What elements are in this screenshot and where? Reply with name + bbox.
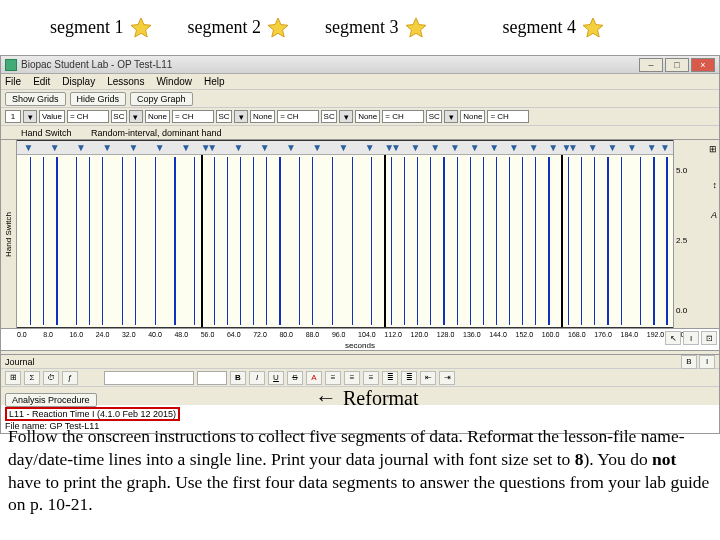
- event-marker-icon[interactable]: ▼: [627, 142, 637, 153]
- event-marker-icon[interactable]: ▼: [568, 142, 578, 153]
- graph-plot[interactable]: ▼▼▼▼▼▼▼▼▼▼▼▼▼▼▼▼▼▼▼▼▼▼▼▼▼▼▼▼▼▼▼▼: [17, 140, 673, 328]
- data-spike: [535, 157, 536, 325]
- event-marker-icon[interactable]: ▼: [102, 142, 112, 153]
- event-marker-icon[interactable]: ▼: [233, 142, 243, 153]
- event-marker-icon[interactable]: ▼: [24, 142, 34, 153]
- data-spike: [522, 157, 523, 325]
- copy-graph-button[interactable]: Copy Graph: [130, 92, 193, 106]
- indent-icon[interactable]: ⇤: [420, 371, 436, 385]
- event-marker-icon[interactable]: ▼: [647, 142, 657, 153]
- event-marker-icon[interactable]: ▼: [529, 142, 539, 153]
- annotation-icon[interactable]: A: [711, 210, 717, 220]
- analysis-procedure-button[interactable]: Analysis Procedure: [5, 393, 97, 407]
- data-spike: [312, 157, 313, 325]
- menu-lessons[interactable]: Lessons: [107, 76, 144, 87]
- hide-grids-button[interactable]: Hide Grids: [70, 92, 127, 106]
- measurement-select[interactable]: None: [145, 110, 170, 123]
- event-marker-icon[interactable]: ▼: [489, 142, 499, 153]
- align-left-icon[interactable]: ≡: [325, 371, 341, 385]
- list-icon[interactable]: ≣: [401, 371, 417, 385]
- fontsize-select[interactable]: [197, 371, 227, 385]
- align-center-icon[interactable]: ≡: [344, 371, 360, 385]
- graph-area[interactable]: Hand Switch ▼▼▼▼▼▼▼▼▼▼▼▼▼▼▼▼▼▼▼▼▼▼▼▼▼▼▼▼…: [1, 140, 719, 328]
- event-marker-icon[interactable]: ▼: [312, 142, 322, 153]
- data-spike: [594, 157, 595, 325]
- measurement-select[interactable]: None: [460, 110, 485, 123]
- menu-window[interactable]: Window: [156, 76, 192, 87]
- formula-icon[interactable]: ƒ: [62, 371, 78, 385]
- autoscale-icon[interactable]: ↕: [713, 180, 718, 190]
- menu-file[interactable]: File: [5, 76, 21, 87]
- event-marker-icon[interactable]: ▼: [660, 142, 670, 153]
- event-marker-icon[interactable]: ▼: [181, 142, 191, 153]
- strike-button[interactable]: S: [287, 371, 303, 385]
- titlebar[interactable]: Biopac Student Lab - OP Test-L11 – □ ×: [1, 56, 719, 74]
- measurement-select[interactable]: None: [250, 110, 275, 123]
- channel-num[interactable]: 1: [5, 110, 21, 123]
- event-marker-icon[interactable]: ▼: [607, 142, 617, 153]
- event-marker-icon[interactable]: ▼: [129, 142, 139, 153]
- menu-edit[interactable]: Edit: [33, 76, 50, 87]
- data-spike: [253, 157, 254, 325]
- grid-icon[interactable]: ⊞: [709, 144, 717, 154]
- bold-button[interactable]: B: [230, 371, 246, 385]
- event-marker-icon[interactable]: ▼: [338, 142, 348, 153]
- italic-button[interactable]: I: [249, 371, 265, 385]
- chevron-down-icon[interactable]: ▾: [339, 110, 353, 123]
- zoom-tool-icon[interactable]: ⊡: [701, 331, 717, 345]
- x-tick: 176.0: [594, 331, 612, 338]
- channel-num[interactable]: SC: [426, 110, 442, 123]
- event-marker-icon[interactable]: ▼: [286, 142, 296, 153]
- chevron-down-icon[interactable]: ▾: [444, 110, 458, 123]
- data-spike: [391, 157, 392, 325]
- event-marker-icon[interactable]: ▼: [365, 142, 375, 153]
- outdent-icon[interactable]: ⇥: [439, 371, 455, 385]
- journal-italic-button[interactable]: I: [699, 355, 715, 369]
- show-grids-button[interactable]: Show Grids: [5, 92, 66, 106]
- sigma-icon[interactable]: Σ: [24, 371, 40, 385]
- arrow-tool-icon[interactable]: ↖: [665, 331, 681, 345]
- event-marker-icon[interactable]: ▼: [207, 142, 217, 153]
- event-marker-icon[interactable]: ▼: [76, 142, 86, 153]
- channel-num[interactable]: SC: [111, 110, 127, 123]
- list-icon[interactable]: ≣: [382, 371, 398, 385]
- clock-icon[interactable]: ⏱: [43, 371, 59, 385]
- x-tick: 32.0: [122, 331, 136, 338]
- event-marker-icon[interactable]: ▼: [470, 142, 480, 153]
- event-marker-icon[interactable]: ▼: [588, 142, 598, 153]
- journal-bold-button[interactable]: B: [681, 355, 697, 369]
- event-marker-icon[interactable]: ▼: [391, 142, 401, 153]
- event-marker-icon[interactable]: ▼: [430, 142, 440, 153]
- data-spike: [214, 157, 215, 325]
- event-marker-icon[interactable]: ▼: [50, 142, 60, 153]
- chevron-down-icon[interactable]: ▾: [129, 110, 143, 123]
- close-button[interactable]: ×: [691, 58, 715, 72]
- menu-display[interactable]: Display: [62, 76, 95, 87]
- align-right-icon[interactable]: ≡: [363, 371, 379, 385]
- chevron-down-icon[interactable]: ▾: [23, 110, 37, 123]
- event-marker-icon[interactable]: ▼: [509, 142, 519, 153]
- menu-help[interactable]: Help: [204, 76, 225, 87]
- channel-num[interactable]: SC: [321, 110, 337, 123]
- font-select[interactable]: [104, 371, 194, 385]
- event-marker-icon[interactable]: ▼: [411, 142, 421, 153]
- data-spike: [102, 157, 103, 325]
- event-marker-icon[interactable]: ▼: [155, 142, 165, 153]
- underline-button[interactable]: U: [268, 371, 284, 385]
- event-marker-icon[interactable]: ▼: [260, 142, 270, 153]
- segment-labels-row: segment 1 segment 2 segment 3 segment 4: [0, 0, 720, 55]
- measurement-select[interactable]: None: [355, 110, 380, 123]
- chevron-down-icon[interactable]: ▾: [234, 110, 248, 123]
- minimize-button[interactable]: –: [639, 58, 663, 72]
- maximize-button[interactable]: □: [665, 58, 689, 72]
- text-color-icon[interactable]: A: [306, 371, 322, 385]
- measurement-select[interactable]: Value: [39, 110, 65, 123]
- channel-num[interactable]: SC: [216, 110, 232, 123]
- event-marker-icon[interactable]: ▼: [548, 142, 558, 153]
- ibeam-tool-icon[interactable]: I: [683, 331, 699, 345]
- x-tick: 192.0: [647, 331, 665, 338]
- event-marker-icon[interactable]: ▼: [450, 142, 460, 153]
- marker-row[interactable]: ▼▼▼▼▼▼▼▼▼▼▼▼▼▼▼▼▼▼▼▼▼▼▼▼▼▼▼▼▼▼▼▼: [17, 141, 673, 155]
- tab-icon[interactable]: ⊞: [5, 371, 21, 385]
- data-spike: [581, 157, 582, 325]
